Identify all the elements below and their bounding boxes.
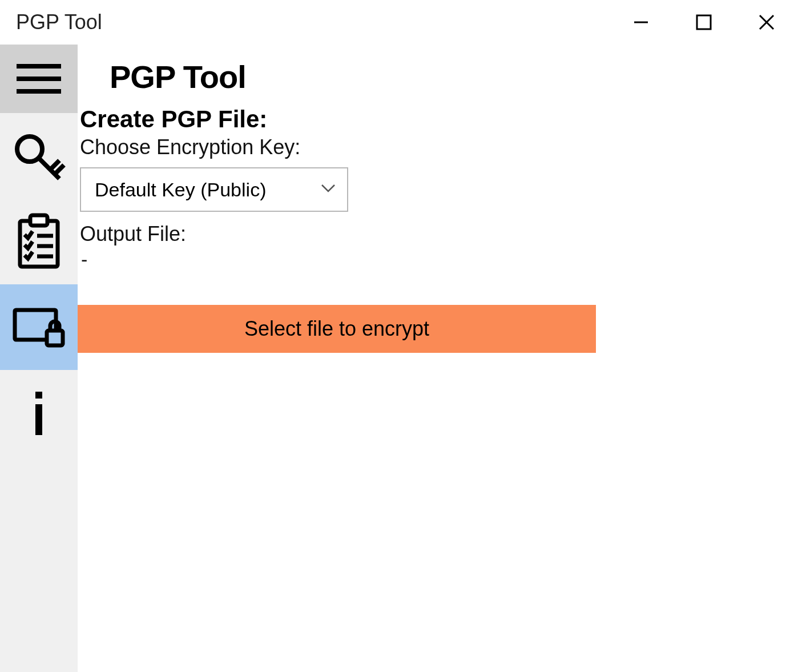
select-file-button[interactable]: Select file to encrypt — [78, 305, 596, 353]
chevron-down-icon — [320, 179, 337, 201]
clipboard-icon — [14, 213, 63, 270]
minimize-button[interactable] — [610, 0, 672, 45]
encryption-key-select[interactable]: Default Key (Public) — [80, 167, 348, 212]
sidebar-item-menu[interactable] — [0, 45, 78, 113]
svg-rect-1 — [697, 15, 711, 29]
app-heading: PGP Tool — [110, 58, 798, 95]
sidebar-item-tasks[interactable] — [0, 199, 78, 284]
maximize-icon — [694, 13, 714, 32]
svg-rect-17 — [47, 331, 63, 345]
sidebar — [0, 45, 78, 672]
client-area: PGP Tool Create PGP File: Choose Encrypt… — [0, 45, 798, 672]
encrypt-screen-icon — [11, 305, 66, 349]
close-button[interactable] — [735, 0, 798, 45]
hamburger-icon — [14, 61, 63, 97]
main-panel: PGP Tool Create PGP File: Choose Encrypt… — [78, 45, 798, 672]
close-icon — [756, 12, 777, 33]
svg-rect-12 — [30, 215, 47, 226]
maximize-button[interactable] — [672, 0, 735, 45]
svg-rect-18 — [35, 392, 42, 399]
titlebar: PGP Tool — [0, 0, 798, 45]
window-title: PGP Tool — [16, 10, 610, 34]
output-file-value: - — [78, 248, 798, 271]
section-heading: Create PGP File: — [78, 106, 798, 133]
sidebar-item-keys[interactable] — [0, 113, 78, 199]
info-icon — [27, 387, 50, 438]
svg-point-7 — [17, 136, 42, 162]
encryption-key-label: Choose Encryption Key: — [78, 135, 798, 159]
window-controls — [610, 0, 798, 45]
minimize-icon — [631, 12, 651, 33]
key-icon — [10, 127, 67, 184]
svg-rect-19 — [35, 404, 42, 435]
sidebar-item-encrypt[interactable] — [0, 284, 78, 370]
output-file-label: Output File: — [78, 222, 798, 246]
encryption-key-selected-value: Default Key (Public) — [95, 179, 266, 201]
sidebar-item-info[interactable] — [0, 370, 78, 456]
svg-rect-11 — [20, 221, 58, 267]
